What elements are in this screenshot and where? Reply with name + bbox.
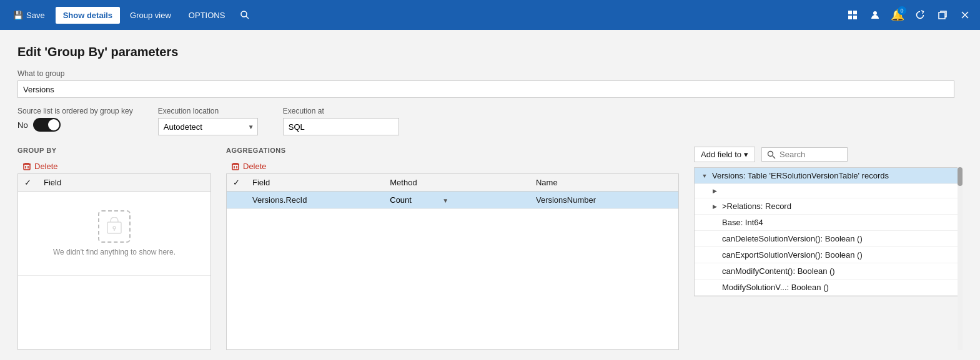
agg-row-method[interactable]: CountSumAvgMinMaxCountDistinct ▼ — [384, 192, 530, 209]
tree-item-label: canModifyContent(): Boolean () — [722, 266, 835, 276]
svg-point-6 — [873, 11, 877, 15]
tree-expand-icon[interactable]: ▶ — [711, 203, 718, 210]
svg-rect-4 — [848, 16, 852, 19]
tree-item[interactable]: Base: Int64 — [695, 215, 962, 231]
svg-rect-3 — [853, 11, 857, 14]
trash-icon — [22, 162, 31, 171]
close-button[interactable] — [955, 5, 975, 25]
execution-location-select[interactable]: Autodetect SQL Memory — [158, 118, 258, 135]
agg-row-check — [227, 192, 246, 209]
titlebar-search-button[interactable] — [235, 5, 255, 25]
svg-rect-13 — [107, 222, 121, 233]
group-by-check-col-header: ✓ — [18, 174, 37, 192]
what-to-group-input[interactable] — [17, 80, 954, 98]
grid-icon-button[interactable] — [843, 5, 863, 25]
group-by-table-panel: ✓ Field — [17, 173, 211, 350]
tree-leaf-spacer — [711, 235, 718, 243]
svg-rect-5 — [853, 16, 857, 19]
search-input[interactable] — [780, 150, 842, 159]
group-by-header: GROUP BY — [17, 147, 211, 154]
group-view-button[interactable]: Group view — [122, 7, 179, 24]
scrollbar-track[interactable] — [958, 167, 963, 350]
svg-rect-7 — [939, 12, 945, 19]
what-to-group-section: What to group — [17, 69, 963, 98]
show-details-button[interactable]: Show details — [56, 7, 120, 24]
toggle-switch[interactable] — [33, 118, 61, 132]
notification-badge: 0 — [898, 6, 906, 15]
agg-name-col-header: Name — [530, 174, 678, 192]
group-by-empty-state: We didn't find anything to show here. — [24, 195, 204, 271]
table-row: We didn't find anything to show here. — [18, 192, 210, 276]
add-field-label: Add field to — [701, 150, 741, 159]
tree-item-label: Versions: Table 'ERSolutionVersionTable'… — [712, 171, 889, 180]
source-ordered-label: Source list is ordered by group key — [17, 107, 133, 115]
agg-trash-icon — [231, 162, 240, 171]
tree-item-label: >Relations: Record — [722, 202, 791, 211]
what-to-group-label: What to group — [17, 69, 963, 78]
tree-item-label: canExportSolutionVersion(): Boolean () — [722, 250, 863, 260]
empty-state-icon — [105, 217, 124, 236]
tree-item-label: Base: Int64 — [722, 218, 763, 227]
table-row: Versions.RecId CountSumAvgMinMaxCountDis… — [227, 192, 678, 209]
svg-point-19 — [768, 151, 773, 156]
group-by-delete-label: Delete — [34, 162, 58, 171]
tree-item[interactable]: ▶ — [695, 184, 962, 198]
execution-location-group: Execution location Autodetect SQL Memory… — [158, 107, 258, 135]
panels-row: GROUP BY Delete ✓ Field — [17, 147, 963, 350]
options-row: Source list is ordered by group key No E… — [17, 107, 963, 135]
tree-item[interactable]: canModifyContent(): Boolean () — [695, 263, 962, 280]
options-label: OPTIONS — [189, 11, 225, 20]
notification-icon-button[interactable]: 🔔 0 — [888, 5, 908, 25]
source-ordered-group: Source list is ordered by group key No — [17, 107, 133, 132]
execution-at-input[interactable] — [283, 118, 399, 135]
group-by-field-col-header: Field — [37, 174, 210, 192]
tree-expand-icon[interactable]: ▼ — [701, 172, 708, 180]
tree-item-label: canDeleteSolutionVersion(): Boolean () — [722, 234, 863, 243]
restore-icon-button[interactable] — [933, 5, 953, 25]
group-view-label: Group view — [130, 11, 171, 20]
execution-location-select-wrapper: Autodetect SQL Memory ▼ — [158, 118, 258, 135]
group-by-empty-text: We didn't find anything to show here. — [53, 248, 176, 256]
tree-item[interactable]: ▼Versions: Table 'ERSolutionVersionTable… — [695, 168, 962, 184]
svg-line-20 — [773, 156, 775, 158]
aggregations-header: AGGREGATIONS — [226, 147, 679, 154]
add-field-chevron-icon: ▾ — [744, 150, 748, 159]
save-button[interactable]: 💾 Save — [5, 6, 53, 24]
toggle-no-label: No — [17, 120, 28, 130]
empty-icon — [98, 210, 131, 243]
page-title: Edit 'Group By' parameters — [17, 45, 963, 59]
tree-leaf-spacer — [711, 268, 718, 275]
search-field — [761, 147, 848, 162]
main-content: Edit 'Group By' parameters What to group… — [0, 30, 980, 360]
tree-expand-icon[interactable]: ▶ — [711, 187, 718, 195]
tree-leaf-spacer — [711, 284, 718, 291]
agg-method-col-header: Method — [384, 174, 530, 192]
title-bar: 💾 Save Show details Group view OPTIONS 🔔… — [0, 0, 980, 30]
agg-field-col-header: Field — [246, 174, 384, 192]
group-by-section: GROUP BY Delete ✓ Field — [17, 147, 211, 350]
group-by-table: ✓ Field — [18, 174, 210, 276]
tree-item[interactable]: canDeleteSolutionVersion(): Boolean () — [695, 231, 962, 247]
refresh-icon-button[interactable] — [910, 5, 930, 25]
add-field-button[interactable]: Add field to ▾ — [694, 147, 755, 162]
tree-item[interactable]: ▶>Relations: Record — [695, 198, 962, 215]
options-button[interactable]: OPTIONS — [181, 7, 233, 24]
tree-item[interactable]: canExportSolutionVersion(): Boolean () — [695, 247, 962, 263]
aggregations-delete-button[interactable]: Delete — [226, 159, 679, 173]
toggle-thumb — [48, 119, 59, 130]
aggregations-table: ✓ Field Method Name Versions.RecId Count… — [227, 174, 678, 209]
save-icon: 💾 — [13, 11, 23, 20]
group-by-empty: We didn't find anything to show here. — [18, 192, 210, 276]
show-details-label: Show details — [63, 11, 112, 20]
method-select[interactable]: CountSumAvgMinMaxCountDistinct — [390, 195, 448, 205]
svg-point-0 — [241, 11, 247, 17]
group-by-delete-button[interactable]: Delete — [17, 159, 211, 173]
account-icon-button[interactable] — [865, 5, 885, 25]
search-icon — [767, 150, 776, 159]
titlebar-right: 🔔 0 — [843, 5, 975, 25]
svg-rect-10 — [24, 164, 30, 170]
field-tree: ▼Versions: Table 'ERSolutionVersionTable… — [694, 167, 963, 296]
field-list-header: Add field to ▾ — [694, 147, 963, 162]
tree-item[interactable]: ModifySolutionV...: Boolean () — [695, 280, 962, 296]
svg-point-14 — [113, 226, 116, 229]
